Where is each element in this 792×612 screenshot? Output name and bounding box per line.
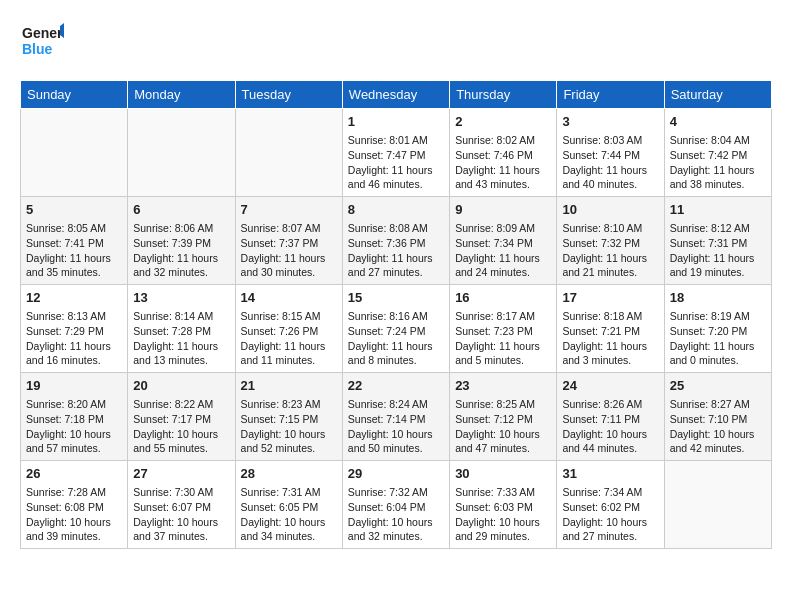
calendar-cell: 21Sunrise: 8:23 AM Sunset: 7:15 PM Dayli… [235, 373, 342, 461]
day-info: Sunrise: 7:30 AM Sunset: 6:07 PM Dayligh… [133, 485, 229, 544]
day-number: 29 [348, 465, 444, 483]
calendar-cell: 20Sunrise: 8:22 AM Sunset: 7:17 PM Dayli… [128, 373, 235, 461]
day-info: Sunrise: 8:24 AM Sunset: 7:14 PM Dayligh… [348, 397, 444, 456]
day-info: Sunrise: 8:25 AM Sunset: 7:12 PM Dayligh… [455, 397, 551, 456]
weekday-friday: Friday [557, 81, 664, 109]
day-number: 18 [670, 289, 766, 307]
day-info: Sunrise: 8:12 AM Sunset: 7:31 PM Dayligh… [670, 221, 766, 280]
day-number: 23 [455, 377, 551, 395]
calendar-table: SundayMondayTuesdayWednesdayThursdayFrid… [20, 80, 772, 549]
day-info: Sunrise: 8:19 AM Sunset: 7:20 PM Dayligh… [670, 309, 766, 368]
day-info: Sunrise: 7:32 AM Sunset: 6:04 PM Dayligh… [348, 485, 444, 544]
calendar-cell: 29Sunrise: 7:32 AM Sunset: 6:04 PM Dayli… [342, 461, 449, 549]
day-info: Sunrise: 8:03 AM Sunset: 7:44 PM Dayligh… [562, 133, 658, 192]
day-number: 4 [670, 113, 766, 131]
calendar-cell: 3Sunrise: 8:03 AM Sunset: 7:44 PM Daylig… [557, 109, 664, 197]
day-info: Sunrise: 8:17 AM Sunset: 7:23 PM Dayligh… [455, 309, 551, 368]
day-number: 12 [26, 289, 122, 307]
day-info: Sunrise: 8:15 AM Sunset: 7:26 PM Dayligh… [241, 309, 337, 368]
day-number: 2 [455, 113, 551, 131]
day-number: 22 [348, 377, 444, 395]
calendar-cell [664, 461, 771, 549]
calendar-cell: 6Sunrise: 8:06 AM Sunset: 7:39 PM Daylig… [128, 197, 235, 285]
day-number: 25 [670, 377, 766, 395]
weekday-thursday: Thursday [450, 81, 557, 109]
day-number: 13 [133, 289, 229, 307]
svg-text:General: General [22, 25, 64, 41]
day-info: Sunrise: 8:06 AM Sunset: 7:39 PM Dayligh… [133, 221, 229, 280]
calendar-cell: 27Sunrise: 7:30 AM Sunset: 6:07 PM Dayli… [128, 461, 235, 549]
weekday-wednesday: Wednesday [342, 81, 449, 109]
day-number: 3 [562, 113, 658, 131]
calendar-cell [128, 109, 235, 197]
day-info: Sunrise: 7:28 AM Sunset: 6:08 PM Dayligh… [26, 485, 122, 544]
day-info: Sunrise: 8:27 AM Sunset: 7:10 PM Dayligh… [670, 397, 766, 456]
day-number: 11 [670, 201, 766, 219]
logo-svg: General Blue [20, 20, 64, 64]
day-info: Sunrise: 8:01 AM Sunset: 7:47 PM Dayligh… [348, 133, 444, 192]
calendar-cell: 30Sunrise: 7:33 AM Sunset: 6:03 PM Dayli… [450, 461, 557, 549]
day-number: 17 [562, 289, 658, 307]
calendar-cell [21, 109, 128, 197]
day-number: 27 [133, 465, 229, 483]
calendar-cell: 4Sunrise: 8:04 AM Sunset: 7:42 PM Daylig… [664, 109, 771, 197]
week-row-5: 26Sunrise: 7:28 AM Sunset: 6:08 PM Dayli… [21, 461, 772, 549]
calendar-cell: 17Sunrise: 8:18 AM Sunset: 7:21 PM Dayli… [557, 285, 664, 373]
day-number: 8 [348, 201, 444, 219]
day-number: 21 [241, 377, 337, 395]
day-info: Sunrise: 8:14 AM Sunset: 7:28 PM Dayligh… [133, 309, 229, 368]
day-info: Sunrise: 8:22 AM Sunset: 7:17 PM Dayligh… [133, 397, 229, 456]
week-row-4: 19Sunrise: 8:20 AM Sunset: 7:18 PM Dayli… [21, 373, 772, 461]
weekday-monday: Monday [128, 81, 235, 109]
day-info: Sunrise: 8:04 AM Sunset: 7:42 PM Dayligh… [670, 133, 766, 192]
calendar-cell: 24Sunrise: 8:26 AM Sunset: 7:11 PM Dayli… [557, 373, 664, 461]
calendar-cell: 10Sunrise: 8:10 AM Sunset: 7:32 PM Dayli… [557, 197, 664, 285]
day-info: Sunrise: 8:02 AM Sunset: 7:46 PM Dayligh… [455, 133, 551, 192]
calendar-cell: 8Sunrise: 8:08 AM Sunset: 7:36 PM Daylig… [342, 197, 449, 285]
day-info: Sunrise: 8:18 AM Sunset: 7:21 PM Dayligh… [562, 309, 658, 368]
day-number: 24 [562, 377, 658, 395]
calendar-cell [235, 109, 342, 197]
calendar-cell: 31Sunrise: 7:34 AM Sunset: 6:02 PM Dayli… [557, 461, 664, 549]
calendar-cell: 9Sunrise: 8:09 AM Sunset: 7:34 PM Daylig… [450, 197, 557, 285]
svg-text:Blue: Blue [22, 41, 53, 57]
calendar-cell: 12Sunrise: 8:13 AM Sunset: 7:29 PM Dayli… [21, 285, 128, 373]
day-number: 20 [133, 377, 229, 395]
day-info: Sunrise: 8:26 AM Sunset: 7:11 PM Dayligh… [562, 397, 658, 456]
day-number: 1 [348, 113, 444, 131]
weekday-tuesday: Tuesday [235, 81, 342, 109]
day-info: Sunrise: 8:09 AM Sunset: 7:34 PM Dayligh… [455, 221, 551, 280]
calendar-cell: 15Sunrise: 8:16 AM Sunset: 7:24 PM Dayli… [342, 285, 449, 373]
weekday-header-row: SundayMondayTuesdayWednesdayThursdayFrid… [21, 81, 772, 109]
day-number: 31 [562, 465, 658, 483]
day-number: 30 [455, 465, 551, 483]
day-info: Sunrise: 8:13 AM Sunset: 7:29 PM Dayligh… [26, 309, 122, 368]
weekday-sunday: Sunday [21, 81, 128, 109]
day-info: Sunrise: 8:08 AM Sunset: 7:36 PM Dayligh… [348, 221, 444, 280]
calendar-cell: 11Sunrise: 8:12 AM Sunset: 7:31 PM Dayli… [664, 197, 771, 285]
day-info: Sunrise: 7:31 AM Sunset: 6:05 PM Dayligh… [241, 485, 337, 544]
calendar-cell: 14Sunrise: 8:15 AM Sunset: 7:26 PM Dayli… [235, 285, 342, 373]
day-number: 9 [455, 201, 551, 219]
calendar-cell: 18Sunrise: 8:19 AM Sunset: 7:20 PM Dayli… [664, 285, 771, 373]
day-number: 14 [241, 289, 337, 307]
day-number: 28 [241, 465, 337, 483]
day-number: 10 [562, 201, 658, 219]
week-row-1: 1Sunrise: 8:01 AM Sunset: 7:47 PM Daylig… [21, 109, 772, 197]
day-info: Sunrise: 8:16 AM Sunset: 7:24 PM Dayligh… [348, 309, 444, 368]
calendar-cell: 26Sunrise: 7:28 AM Sunset: 6:08 PM Dayli… [21, 461, 128, 549]
calendar-cell: 23Sunrise: 8:25 AM Sunset: 7:12 PM Dayli… [450, 373, 557, 461]
day-number: 16 [455, 289, 551, 307]
week-row-3: 12Sunrise: 8:13 AM Sunset: 7:29 PM Dayli… [21, 285, 772, 373]
calendar-cell: 5Sunrise: 8:05 AM Sunset: 7:41 PM Daylig… [21, 197, 128, 285]
day-info: Sunrise: 7:33 AM Sunset: 6:03 PM Dayligh… [455, 485, 551, 544]
calendar-cell: 25Sunrise: 8:27 AM Sunset: 7:10 PM Dayli… [664, 373, 771, 461]
calendar-cell: 13Sunrise: 8:14 AM Sunset: 7:28 PM Dayli… [128, 285, 235, 373]
page-header: General Blue [20, 20, 772, 64]
day-number: 15 [348, 289, 444, 307]
week-row-2: 5Sunrise: 8:05 AM Sunset: 7:41 PM Daylig… [21, 197, 772, 285]
day-number: 5 [26, 201, 122, 219]
day-number: 19 [26, 377, 122, 395]
day-info: Sunrise: 8:23 AM Sunset: 7:15 PM Dayligh… [241, 397, 337, 456]
weekday-saturday: Saturday [664, 81, 771, 109]
